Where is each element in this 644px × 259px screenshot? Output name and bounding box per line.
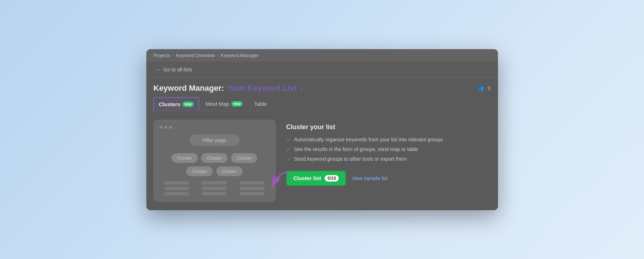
title-dynamic: Your Keyword List xyxy=(228,84,297,93)
cluster-button-wrapper: Cluster list 0/10 xyxy=(286,171,346,186)
cluster-pill-2: Cluster xyxy=(201,153,227,163)
tab-table-label: Table xyxy=(254,101,267,107)
cluster-pill-1: Cluster xyxy=(171,153,198,163)
dot-3 xyxy=(169,126,172,129)
cluster-button-badge: 0/10 xyxy=(325,175,339,182)
tab-mind-map[interactable]: Mind Map new xyxy=(201,97,248,110)
sub-col-2 xyxy=(202,181,227,196)
tab-clusters-label: Clusters xyxy=(159,101,180,107)
feature-text-1: Automatically organize keywords from you… xyxy=(294,137,443,142)
preview-card: Pillar page Cluster Cluster Cluster Clus… xyxy=(154,120,276,202)
back-arrow-icon: ← xyxy=(156,67,161,72)
share-icon[interactable]: 👥 xyxy=(478,85,484,91)
feature-item-3: ✓ Send keyword groups to other tools or … xyxy=(286,156,491,162)
feature-item-1: ✓ Automatically organize keywords from y… xyxy=(286,137,491,143)
sub-pill-2-1 xyxy=(202,181,227,185)
feature-text-2: See the results in the form of groups, m… xyxy=(294,146,418,152)
dot-2 xyxy=(164,126,167,129)
breadcrumb-projects[interactable]: Projects xyxy=(154,53,170,58)
info-title: Cluster your list xyxy=(286,123,491,131)
title-dropdown-icon[interactable]: ∨ xyxy=(300,86,304,92)
breadcrumb-bar: Projects › Keyword Overview › Keyword Ma… xyxy=(146,49,498,62)
sub-pill-2-2 xyxy=(202,187,227,190)
tab-mind-map-label: Mind Map xyxy=(206,101,229,107)
app-window: Projects › Keyword Overview › Keyword Ma… xyxy=(146,49,498,210)
sub-col-3 xyxy=(240,181,265,196)
sub-pill-1-1 xyxy=(164,181,189,185)
pillar-page-label: Pillar page xyxy=(202,137,226,143)
share-label: S xyxy=(487,85,490,91)
pillar-page-box: Pillar page xyxy=(189,135,240,146)
purple-arrow xyxy=(265,170,293,195)
check-icon-3: ✓ xyxy=(286,156,291,162)
check-icon-1: ✓ xyxy=(286,137,291,143)
breadcrumb-keyword-overview[interactable]: Keyword Overview xyxy=(176,53,215,58)
action-row: Cluster list 0/10 View sample list xyxy=(286,171,491,186)
breadcrumb-sep-1: › xyxy=(172,53,174,58)
title-static: Keyword Manager: xyxy=(154,84,224,93)
sub-pill-1-2 xyxy=(164,187,189,190)
dot-1 xyxy=(160,126,163,129)
tab-clusters-badge: new xyxy=(183,102,194,107)
back-button-label: Go to all lists xyxy=(164,67,192,72)
header-actions: 👥 S xyxy=(478,85,490,91)
clusters-row-2: Cluster Cluster xyxy=(160,166,269,176)
sub-pill-2-3 xyxy=(202,192,227,196)
feature-list: ✓ Automatically organize keywords from y… xyxy=(286,137,491,162)
main-content: Pillar page Cluster Cluster Cluster Clus… xyxy=(146,111,498,210)
tab-table[interactable]: Table xyxy=(249,97,272,110)
cluster-button-label: Cluster list xyxy=(293,175,321,181)
feature-item-2: ✓ See the results in the form of groups,… xyxy=(286,146,491,152)
check-icon-2: ✓ xyxy=(286,147,291,152)
cluster-pill-5: Cluster xyxy=(216,166,243,176)
back-bar: ← Go to all lists xyxy=(146,62,498,78)
sub-pill-3-1 xyxy=(240,181,265,185)
sub-pill-3-3 xyxy=(240,192,265,196)
page-header: Keyword Manager: Your Keyword List ∨ 👥 S xyxy=(146,78,498,97)
back-button[interactable]: ← Go to all lists xyxy=(154,65,195,74)
tabs-bar: Clusters new Mind Map new Table xyxy=(146,97,498,111)
cluster-pill-3: Cluster xyxy=(231,153,257,163)
page-title: Keyword Manager: Your Keyword List ∨ xyxy=(154,84,304,93)
sub-keyword-rows xyxy=(160,181,269,196)
info-panel: Cluster your list ✓ Automatically organi… xyxy=(286,120,491,186)
cluster-pill-4: Cluster xyxy=(186,166,212,176)
tab-clusters[interactable]: Clusters new xyxy=(154,97,199,111)
sub-col-1 xyxy=(164,181,189,196)
clusters-row-1: Cluster Cluster Cluster xyxy=(160,153,269,163)
preview-dots xyxy=(160,126,269,129)
sub-pill-3-2 xyxy=(240,187,265,190)
view-sample-link[interactable]: View sample list xyxy=(352,175,387,181)
cluster-list-button[interactable]: Cluster list 0/10 xyxy=(286,171,346,186)
feature-text-3: Send keyword groups to other tools or ex… xyxy=(294,156,407,162)
sub-pill-1-3 xyxy=(164,192,189,196)
breadcrumb-keyword-manager[interactable]: Keyword Manager xyxy=(221,53,259,58)
breadcrumb-sep-2: › xyxy=(217,53,218,58)
tab-mind-map-badge: new xyxy=(231,101,243,107)
